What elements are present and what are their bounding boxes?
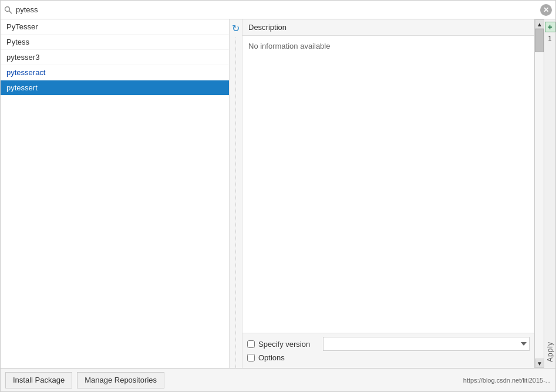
specify-version-label: Specify version (258, 340, 323, 349)
scrollbar-thumb[interactable] (535, 29, 544, 52)
content-area: PyTesser Pytess pytesser3 pytesseract py… (1, 19, 555, 368)
description-panel: Description No information available Spe… (242, 19, 534, 368)
refresh-icon[interactable]: ↻ (232, 23, 240, 34)
options-checkbox[interactable] (247, 354, 255, 361)
status-url: https://blog.csdn.net/liti2015-... (463, 377, 551, 384)
clear-button[interactable]: ✕ (540, 4, 552, 16)
right-scrollbar: ▲ ▼ (534, 19, 544, 368)
main-container: ✕ PyTesser Pytess pytesser3 pytesseract … (0, 0, 556, 392)
search-input[interactable] (16, 5, 540, 14)
package-list: PyTesser Pytess pytesser3 pytesseract py… (1, 19, 229, 368)
svg-point-0 (5, 6, 10, 11)
description-header: Description (242, 19, 534, 36)
list-item[interactable]: PyTesser (1, 19, 229, 35)
scrollbar-track (535, 29, 544, 359)
package-list-panel: PyTesser Pytess pytesser3 pytesseract py… (1, 19, 230, 368)
version-select[interactable] (323, 337, 530, 351)
separator-panel: ↻ (230, 19, 242, 368)
options-area: Specify version Options (242, 333, 534, 368)
description-content: No information available (242, 36, 534, 333)
search-icon (4, 6, 12, 14)
add-button[interactable]: + (545, 22, 555, 32)
install-package-button[interactable]: Install Package (5, 372, 72, 388)
manage-repositories-button[interactable]: Manage Repositories (77, 372, 164, 388)
apply-label: Apply (546, 342, 554, 362)
specify-version-row: Specify version (247, 337, 530, 351)
action-buttons: + 1 Apply (544, 19, 555, 368)
list-item-selected[interactable]: pytessert (1, 80, 229, 96)
options-label: Options (258, 353, 323, 362)
scrollbar-up-button[interactable]: ▲ (535, 19, 544, 29)
specify-version-checkbox[interactable] (247, 340, 255, 348)
action-number: 1 (548, 35, 551, 42)
list-item[interactable]: pytesser3 (1, 50, 229, 65)
bottom-bar: Install Package Manage Repositories http… (1, 368, 555, 391)
list-item[interactable]: Pytess (1, 35, 229, 50)
search-bar: ✕ (1, 1, 555, 19)
dotted-separator (235, 38, 236, 368)
svg-line-1 (9, 11, 12, 13)
list-item[interactable]: pytesseract (1, 65, 229, 80)
options-row: Options (247, 353, 530, 362)
scrollbar-down-button[interactable]: ▼ (535, 359, 544, 368)
